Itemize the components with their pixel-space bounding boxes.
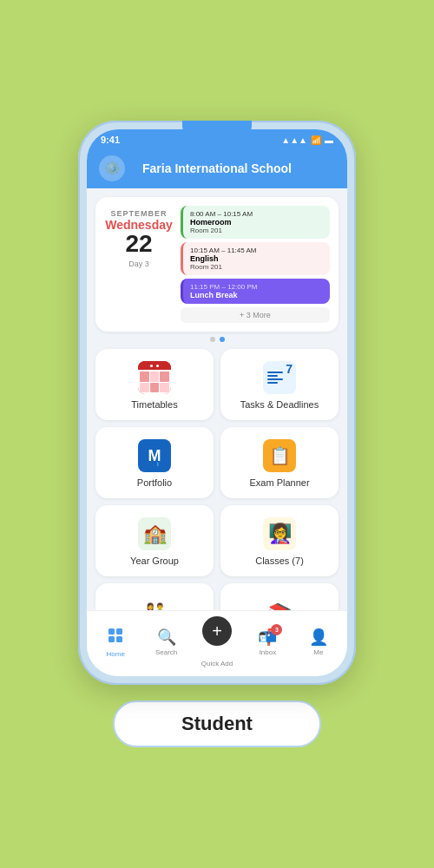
status-icons: ▲▲▲ 📶 ▬ [281,135,333,145]
notch [182,121,252,136]
classes-icon: 👩‍🏫 [263,517,296,550]
gear-icon: ⚙️ [104,161,121,176]
nav-quickadd[interactable]: + Quick Add [192,616,242,667]
counseling-icon: 👫 [143,602,167,610]
nav-inbox[interactable]: 📬 3 Inbox [242,628,293,656]
search-label: Search [155,648,177,656]
portfolio-card[interactable]: M i Portfolio [95,427,214,498]
grid-row-4: 👫 📚 [95,583,339,610]
event-room-1: Room 201 [190,227,323,234]
event-time-3: 11:15 PM – 12:00 PM [190,283,323,291]
more-events-link[interactable]: + 3 More [181,307,330,323]
yeargroup-label: Year Group [130,556,179,566]
events-column: 8:00 AM – 10:15 AM Homeroom Room 201 10:… [181,206,330,323]
student-label-container: Student [113,700,321,747]
top-bar: ⚙️ Faria International School [87,148,347,188]
wifi-icon: 📶 [311,135,321,145]
inbox-badge: 3 [271,624,282,635]
event-lunch[interactable]: 11:15 PM – 12:00 PM Lunch Break [181,279,330,304]
grid-row-1: Timetables 7 Tasks & Deadl [95,349,339,420]
event-room-2: Room 201 [190,263,323,271]
time: 9:41 [101,135,120,145]
app-title: Faria International School [134,161,300,175]
settings-button[interactable]: ⚙️ [99,155,125,181]
nav-me[interactable]: 👤 Me [293,628,344,656]
grid-row-3: 🏫 Year Group 👩‍🏫 Classes (7) [95,505,339,576]
tasks-card[interactable]: 7 Tasks & Deadlines [220,349,339,420]
tasks-label: Tasks & Deadlines [240,399,319,410]
day-number-label: Day 3 [128,260,149,268]
timetables-label: Timetables [131,399,177,410]
me-icon: 👤 [309,628,328,647]
signal-icon: ▲▲▲ [281,135,307,145]
grid-row-2: M i Portfolio 📋 Exam Planner [95,427,339,498]
inbox-icon: 📬 3 [258,628,277,647]
tasks-icon: 7 [263,361,296,394]
classes-label: Classes (7) [255,556,304,566]
event-time-1: 8:00 AM – 10:15 AM [190,210,323,218]
quickadd-label: Quick Add [201,660,233,667]
yeargroup-icon: 🏫 [138,517,171,550]
classes-card[interactable]: 👩‍🏫 Classes (7) [220,505,339,576]
home-icon [107,627,124,648]
exam-icon: 📋 [263,439,296,472]
event-english[interactable]: 10:15 AM – 11:45 AM English Room 201 [181,242,330,275]
bottom-nav: Home 🔍 Search + Quick Add 📬 3 [87,610,347,676]
month-label: SEPTEMBER [110,209,167,218]
date-number: 22 [125,232,152,256]
phone-screen: 9:41 ▲▲▲ 📶 ▬ ⚙️ Faria International Scho… [87,129,347,676]
yeargroup-card[interactable]: 🏫 Year Group [95,505,214,576]
exam-label: Exam Planner [249,477,309,488]
event-name-1: Homeroom [190,218,323,227]
inbox-label: Inbox [260,648,277,656]
svg-rect-3 [116,636,122,642]
portfolio-label: Portfolio [137,477,172,488]
carousel-dots [95,337,339,342]
counseling-card[interactable]: 👫 [95,583,214,610]
svg-rect-2 [108,636,115,642]
event-time-2: 10:15 AM – 11:45 AM [190,247,323,254]
quick-add-button[interactable]: + [202,616,232,646]
svg-rect-0 [108,628,115,635]
calendar-card: SEPTEMBER Wednesday 22 Day 3 8:00 AM – 1… [95,197,339,332]
timetables-card[interactable]: Timetables [95,349,214,420]
svg-rect-1 [116,628,122,635]
exam-card[interactable]: 📋 Exam Planner [220,427,339,498]
resources-card[interactable]: 📚 [220,583,339,610]
dot-1 [210,337,215,342]
event-name-2: English [190,254,323,263]
portfolio-icon: M i [138,439,171,472]
timetables-icon [138,361,171,394]
phone-frame: 9:41 ▲▲▲ 📶 ▬ ⚙️ Faria International Scho… [78,121,356,685]
battery-icon: ▬ [325,135,333,145]
dot-2 [220,337,225,342]
home-label: Home [107,650,125,658]
me-label: Me [313,648,323,656]
nav-search[interactable]: 🔍 Search [141,628,191,656]
event-name-3: Lunch Break [190,291,323,299]
event-homeroom[interactable]: 8:00 AM – 10:15 AM Homeroom Room 201 [181,206,330,239]
search-icon: 🔍 [157,628,176,647]
date-column: SEPTEMBER Wednesday 22 Day 3 [104,206,174,323]
plus-icon: + [212,621,222,641]
resources-icon: 📚 [268,602,292,610]
nav-home[interactable]: Home [90,627,141,658]
student-label: Student [181,713,253,734]
main-scroll: SEPTEMBER Wednesday 22 Day 3 8:00 AM – 1… [87,188,347,610]
